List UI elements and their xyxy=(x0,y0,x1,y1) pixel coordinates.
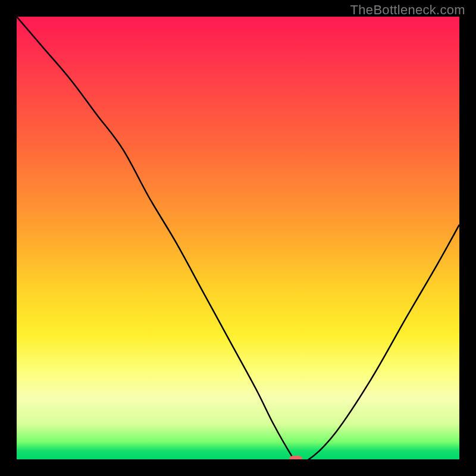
plot-area xyxy=(17,17,459,459)
bottleneck-curve xyxy=(17,17,459,459)
curve-path xyxy=(17,17,459,459)
chart-container: TheBottleneck.com xyxy=(0,0,476,476)
optimum-marker xyxy=(289,456,302,459)
attribution-text: TheBottleneck.com xyxy=(350,2,465,18)
